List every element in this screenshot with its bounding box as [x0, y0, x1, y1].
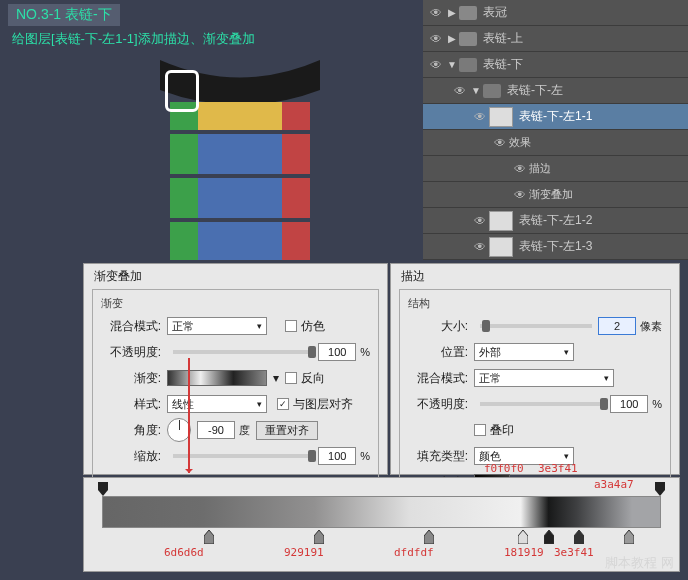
annotation-arrow [188, 358, 190, 473]
layer-row[interactable]: 👁 ▼ 表链-下-左 [423, 78, 688, 104]
gradient-preview[interactable] [167, 370, 267, 386]
step-number: NO.3-1 [16, 6, 61, 22]
svg-rect-3 [170, 134, 198, 174]
gradient-overlay-dialog: 渐变叠加 渐变 混合模式: 正常▾ 仿色 不透明度: 100 % 渐变: ▾ 反… [83, 263, 388, 475]
layer-name: 表链-下-左1-1 [519, 108, 592, 125]
layer-row[interactable]: 👁 表链-下-左1-3 [423, 234, 688, 260]
gradient-bar[interactable] [102, 496, 661, 528]
dialog-title: 渐变叠加 [84, 264, 387, 289]
dither-checkbox[interactable] [285, 320, 297, 332]
fx-row[interactable]: 👁 渐变叠加 [423, 182, 688, 208]
layer-name: 表链-上 [483, 30, 523, 47]
svg-rect-10 [198, 222, 282, 260]
opacity-stop[interactable] [655, 482, 665, 496]
hex-annotation: dfdfdf [394, 546, 434, 559]
fill-type-label: 填充类型: [408, 448, 468, 465]
color-stop[interactable] [544, 530, 554, 544]
color-stop[interactable] [624, 530, 634, 544]
expand-icon[interactable]: ▶ [445, 7, 459, 18]
svg-rect-11 [282, 222, 310, 260]
color-stop[interactable] [204, 530, 214, 544]
reset-align-button[interactable]: 重置对齐 [256, 421, 318, 440]
scale-input[interactable]: 100 [318, 447, 356, 465]
chevron-down-icon[interactable]: ▾ [273, 371, 279, 385]
angle-input[interactable]: -90 [197, 421, 235, 439]
chevron-down-icon: ▾ [564, 451, 569, 461]
blend-mode-select[interactable]: 正常▾ [167, 317, 267, 335]
color-stop[interactable] [424, 530, 434, 544]
svg-rect-5 [282, 134, 310, 174]
opacity-slider[interactable] [173, 350, 312, 354]
gradient-fieldset: 渐变 混合模式: 正常▾ 仿色 不透明度: 100 % 渐变: ▾ 反向 样式:… [92, 289, 379, 478]
fx-label: 描边 [529, 161, 551, 176]
visibility-icon[interactable]: 👁 [491, 136, 509, 150]
svg-rect-4 [198, 134, 282, 174]
svg-rect-8 [282, 178, 310, 218]
overprint-label: 叠印 [490, 422, 514, 439]
reverse-checkbox[interactable] [285, 372, 297, 384]
hex-annotation: 181919 [504, 546, 544, 559]
visibility-icon[interactable]: 👁 [451, 84, 469, 98]
visibility-icon[interactable]: 👁 [427, 6, 445, 20]
visibility-icon[interactable]: 👁 [471, 214, 489, 228]
opacity-label: 不透明度: [408, 396, 468, 413]
scale-unit: % [360, 450, 370, 462]
hex-annotation: 929191 [284, 546, 324, 559]
opacity-label: 不透明度: [101, 344, 161, 361]
scale-slider[interactable] [173, 454, 312, 458]
hex-annotation: a3a4a7 [594, 478, 634, 491]
angle-label: 角度: [101, 422, 161, 439]
position-label: 位置: [408, 344, 468, 361]
align-checkbox[interactable]: ✓ [277, 398, 289, 410]
opacity-stop[interactable] [98, 482, 108, 496]
color-stop[interactable] [314, 530, 324, 544]
fx-label: 渐变叠加 [529, 187, 573, 202]
folder-icon [459, 6, 477, 20]
collapse-icon[interactable]: ▼ [469, 85, 483, 96]
svg-rect-1 [198, 102, 282, 130]
visibility-icon[interactable]: 👁 [427, 32, 445, 46]
layer-row[interactable]: 👁 ▼ 表链-下 [423, 52, 688, 78]
visibility-icon[interactable]: 👁 [427, 58, 445, 72]
visibility-icon[interactable]: 👁 [511, 188, 529, 202]
watermark: 脚本教程 网 [605, 554, 674, 572]
style-select[interactable]: 线性▾ [167, 395, 267, 413]
layer-row[interactable]: 👁 表链-下-左1-2 [423, 208, 688, 234]
color-stop[interactable] [574, 530, 584, 544]
color-stop[interactable] [518, 530, 528, 544]
visibility-icon[interactable]: 👁 [471, 110, 489, 124]
layer-row[interactable]: 👁 ▶ 表冠 [423, 0, 688, 26]
chevron-down-icon: ▾ [257, 321, 262, 331]
expand-icon[interactable]: ▶ [445, 33, 459, 44]
dialog-title: 描边 [391, 264, 679, 289]
opacity-unit: % [652, 398, 662, 410]
chevron-down-icon: ▾ [604, 373, 609, 383]
opacity-input[interactable]: 100 [318, 343, 356, 361]
layer-row-selected[interactable]: 👁 表链-下-左1-1 [423, 104, 688, 130]
fx-row[interactable]: 👁 效果 [423, 130, 688, 156]
layer-row[interactable]: 👁 ▶ 表链-上 [423, 26, 688, 52]
structure-fieldset: 结构 大小: 2 像素 位置: 外部▾ 混合模式: 正常▾ 不透明度: 100 … [399, 289, 671, 504]
opacity-slider[interactable] [480, 402, 604, 406]
overprint-checkbox[interactable] [474, 424, 486, 436]
opacity-input[interactable]: 100 [610, 395, 648, 413]
blend-mode-select[interactable]: 正常▾ [474, 369, 614, 387]
position-select[interactable]: 外部▾ [474, 343, 574, 361]
folder-icon [459, 32, 477, 46]
svg-rect-2 [282, 102, 310, 130]
visibility-icon[interactable]: 👁 [471, 240, 489, 254]
layer-name: 表链-下-左1-3 [519, 238, 592, 255]
size-slider[interactable] [480, 324, 592, 328]
size-input[interactable]: 2 [598, 317, 636, 335]
fx-label: 效果 [509, 135, 531, 150]
size-unit: 像素 [640, 319, 662, 334]
visibility-icon[interactable]: 👁 [511, 162, 529, 176]
fx-row[interactable]: 👁 描边 [423, 156, 688, 182]
layer-name: 表冠 [483, 4, 507, 21]
hex-annotation: 3e3f41 [538, 462, 578, 475]
collapse-icon[interactable]: ▼ [445, 59, 459, 70]
fieldset-label: 结构 [408, 296, 662, 311]
opacity-unit: % [360, 346, 370, 358]
layer-name: 表链-下 [483, 56, 523, 73]
hex-annotation: 6d6d6d [164, 546, 204, 559]
